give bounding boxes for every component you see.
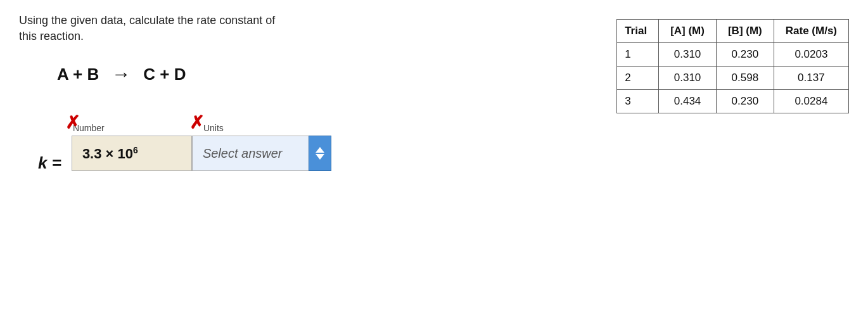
col-header-rate: Rate (M/s) <box>774 20 848 43</box>
k-label: k = <box>38 153 61 173</box>
table-cell-r2-c3: 0.0284 <box>774 90 848 113</box>
left-panel: Using the given data, calculate the rate… <box>19 13 591 312</box>
units-select-text: Select answer <box>192 136 309 171</box>
table-row: 20.3100.5980.137 <box>617 67 849 90</box>
table-row: 30.4340.2300.0284 <box>617 90 849 113</box>
units-arrow-button[interactable] <box>309 136 331 171</box>
table-header-row: Trial [A] (M) [B] (M) Rate (M/s) <box>617 20 849 43</box>
equation-right: C + D <box>143 65 186 84</box>
table-row: 10.3100.2300.0203 <box>617 43 849 67</box>
number-input-box[interactable]: 3.3 × 106 <box>72 136 192 171</box>
arrow-icon: → <box>112 63 131 85</box>
data-table: Trial [A] (M) [B] (M) Rate (M/s) 10.3100… <box>616 19 849 113</box>
number-label: Number <box>73 123 192 133</box>
table-cell-r0-c3: 0.0203 <box>774 43 848 67</box>
number-value: 3.3 × 106 <box>82 145 138 162</box>
right-panel: Trial [A] (M) [B] (M) Rate (M/s) 10.3100… <box>616 13 849 312</box>
question-text: Using the given data, calculate the rate… <box>19 13 336 44</box>
table-cell-r1-c3: 0.137 <box>774 67 848 90</box>
number-error-icon: ✗ <box>65 114 80 132</box>
col-header-trial: Trial <box>617 20 659 43</box>
col-header-A: [A] (M) <box>659 20 717 43</box>
main-container: Using the given data, calculate the rate… <box>0 0 868 325</box>
table-cell-r1-c2: 0.598 <box>716 67 774 90</box>
units-box-wrapper: ✗ Units Select answer <box>192 123 331 171</box>
answer-area: k = ✗ Number 3.3 × 106 ✗ Units Select an… <box>38 123 591 173</box>
table-cell-r1-c0: 2 <box>617 67 659 90</box>
chevron-up-icon <box>316 147 324 153</box>
table-cell-r0-c2: 0.230 <box>716 43 774 67</box>
table-cell-r2-c0: 3 <box>617 90 659 113</box>
units-dropdown[interactable]: Select answer <box>192 136 331 171</box>
table-cell-r0-c1: 0.310 <box>659 43 717 67</box>
chevron-down-icon <box>316 154 324 160</box>
units-error-icon: ✗ <box>189 114 204 132</box>
col-header-B: [B] (M) <box>716 20 774 43</box>
units-placeholder: Select answer <box>203 146 283 160</box>
question-line1: Using the given data, calculate the rate… <box>19 14 275 27</box>
table-cell-r2-c2: 0.230 <box>716 90 774 113</box>
question-line2: this reaction. <box>19 30 84 42</box>
table-cell-r2-c1: 0.434 <box>659 90 717 113</box>
equation: A + B → C + D <box>57 63 591 85</box>
table-cell-r0-c0: 1 <box>617 43 659 67</box>
table-cell-r1-c1: 0.310 <box>659 67 717 90</box>
units-label: Units <box>203 123 331 133</box>
equation-left: A + B <box>57 65 99 84</box>
number-box-wrapper: ✗ Number 3.3 × 106 <box>72 123 192 171</box>
